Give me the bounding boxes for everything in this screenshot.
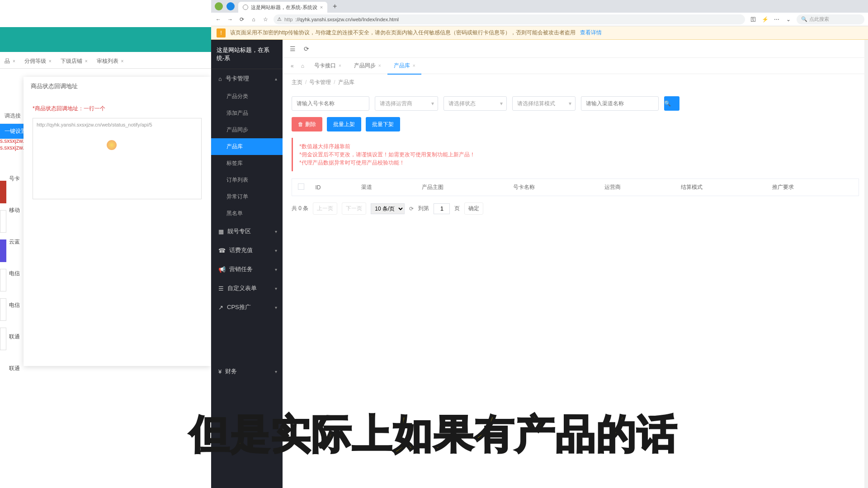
goto-confirm[interactable]: 确定 <box>464 202 483 215</box>
sidebar-item-add[interactable]: 添加产品 <box>211 105 283 122</box>
action-row: 🗑删除 批量上架 批量下架 <box>292 117 859 131</box>
card-name-input[interactable] <box>292 96 369 111</box>
back-icon[interactable]: ← <box>215 16 222 23</box>
insecure-icon: ⚠ <box>277 16 282 22</box>
bg-tab[interactable]: 下级店铺× <box>56 57 92 65</box>
status-select[interactable]: 请选择状态 <box>443 96 507 111</box>
sidebar-item-blacklist[interactable]: 黑名单 <box>211 205 283 222</box>
app-tabs: « ⌂ 号卡接口× 产品同步× 产品库× <box>283 58 868 74</box>
refresh-icon[interactable]: ⟳ <box>304 45 309 52</box>
sidebar-item-category[interactable]: 产品分类 <box>211 88 283 105</box>
operator-select[interactable]: 请选择运营商 <box>375 96 438 111</box>
col-settle: 结算模式 <box>675 179 767 196</box>
top-bar: ☰ ⟳ <box>283 40 868 58</box>
home-icon[interactable]: ⌂ <box>250 16 257 23</box>
sidebar-item-tags[interactable]: 标签库 <box>211 155 283 172</box>
form-icon: ☰ <box>218 285 224 292</box>
page-size-select[interactable]: 10 条/页 <box>371 203 405 214</box>
col-name: 号卡名称 <box>508 179 599 196</box>
page-number-input[interactable] <box>434 203 450 214</box>
select-all-col[interactable] <box>292 179 310 196</box>
settle-select[interactable]: 请选择结算模式 <box>512 96 576 111</box>
close-icon[interactable]: × <box>413 63 415 68</box>
forward-icon[interactable]: → <box>226 16 234 23</box>
scrollbar[interactable] <box>864 40 868 488</box>
bg-tab[interactable]: 审核列表× <box>92 57 128 65</box>
grid-icon: ▦ <box>218 228 224 235</box>
bg-tab[interactable]: 品× <box>0 57 20 65</box>
flash-icon[interactable]: ⚡ <box>761 16 769 23</box>
breadcrumb: 主页/号卡管理/产品库 <box>283 74 868 91</box>
tips-panel: *数值越大排序越靠前 *佣金设置后不可更改，请谨慎设置！如需更改可使用复制功能上… <box>292 138 859 171</box>
pagination: 共 0 条 上一页 下一页 10 条/页 ⟳ 到第 页 确定 <box>292 196 859 221</box>
sidebar-group-recharge[interactable]: ☎话费充值▾ <box>211 241 283 260</box>
close-icon[interactable]: × <box>339 63 341 68</box>
address-bar[interactable]: ⚠ http ://qyhk.yanshi.sxsxjzw.cn/web/Ind… <box>274 14 745 24</box>
sidebar-group-lianghao[interactable]: ▦靓号专区▾ <box>211 222 283 241</box>
security-warning-bar: ! 该页面采用不加密的http传输协议，与你建立的连接不安全，请勿在页面内输入任… <box>211 26 868 40</box>
col-id: ID <box>310 179 356 196</box>
browser-tab[interactable]: 这是网站标题，在系统-系统设 × <box>238 2 327 13</box>
close-icon[interactable]: × <box>320 5 323 10</box>
warning-details-link[interactable]: 查看详情 <box>580 29 602 37</box>
batch-down-button[interactable]: 批量下架 <box>366 117 400 131</box>
product-table: ID 渠道 产品主图 号卡名称 运营商 结算模式 推广要求 <box>292 178 859 196</box>
browser-tabbar: 这是网站标题，在系统-系统设 × + <box>211 0 868 13</box>
bg-thumbs <box>0 181 6 357</box>
sidebar-group-cps[interactable]: ↗CPS推广▾ <box>211 298 283 317</box>
bg-tabs: 品× 分佣等级× 下级店铺× 审核列表× <box>0 54 211 69</box>
col-promo: 推广要求 <box>767 179 859 196</box>
phone-icon: ☎ <box>218 247 226 254</box>
tabs-prev-icon[interactable]: « <box>287 63 297 69</box>
favorite-icon[interactable]: ☆ <box>262 16 269 23</box>
bg-tab[interactable]: 分佣等级× <box>20 57 56 65</box>
close-icon[interactable]: × <box>378 63 381 68</box>
menu-icon[interactable]: ⋯ <box>773 16 780 23</box>
reload-icon[interactable]: ⟳ <box>238 16 245 23</box>
sidebar-group-forms[interactable]: ☰自定义表单▾ <box>211 279 283 298</box>
sidebar-item-orders[interactable]: 订单列表 <box>211 172 283 188</box>
callback-url-textarea[interactable] <box>33 118 202 199</box>
warning-icon: ! <box>217 28 226 38</box>
wallet-icon: ¥ <box>218 368 222 375</box>
search-box[interactable]: 🔍 点此搜索 <box>797 14 864 24</box>
callback-url-modal: 商品状态回调地址 *商品状态回调地址：一行一个 <box>24 77 211 366</box>
sidebar-item-sync[interactable]: 产品同步 <box>211 122 283 138</box>
trash-icon: 🗑 <box>298 121 303 127</box>
col-image: 产品主图 <box>416 179 508 196</box>
modal-required-label: *商品状态回调地址：一行一个 <box>33 105 202 113</box>
new-tab-button[interactable]: + <box>329 2 340 10</box>
content: 请选择运营商 请选择状态 请选择结算模式 🔍 🗑删除 批量上架 批量下架 *数值… <box>283 91 868 226</box>
modal-title: 商品状态回调地址 <box>24 77 211 96</box>
menu-toggle-icon[interactable]: ☰ <box>290 45 296 52</box>
tab-product-lib[interactable]: 产品库× <box>387 58 422 74</box>
profile-icon[interactable] <box>215 2 223 10</box>
tab-product-sync[interactable]: 产品同步× <box>348 58 387 74</box>
bg-header <box>0 27 211 52</box>
key-icon[interactable]: ⚿ <box>750 16 757 23</box>
col-operator: 运营商 <box>599 179 675 196</box>
batch-up-button[interactable]: 批量上架 <box>327 117 361 131</box>
speaker-icon: 📢 <box>218 266 226 273</box>
col-channel: 渠道 <box>356 179 417 196</box>
video-subtitle: 但是实际上如果有产品的话 <box>190 407 678 461</box>
chevron-down-icon[interactable]: ⌄ <box>785 16 792 23</box>
refresh-icon[interactable]: ⟳ <box>409 206 414 212</box>
tabs-home-icon[interactable]: ⌂ <box>297 63 308 69</box>
prev-page[interactable]: 上一页 <box>313 202 337 215</box>
search-button[interactable]: 🔍 <box>664 96 679 111</box>
channel-input[interactable] <box>581 96 659 111</box>
cursor-highlight <box>107 140 117 150</box>
browser-toolbar: ← → ⟳ ⌂ ☆ ⚠ http ://qyhk.yanshi.sxsxjzw.… <box>211 13 868 26</box>
sidebar-group-finance[interactable]: ¥财务▾ <box>211 362 283 381</box>
home-outline-icon: ⌂ <box>218 75 222 82</box>
delete-button[interactable]: 🗑删除 <box>292 117 322 131</box>
sidebar-group-marketing[interactable]: 📢营销任务▾ <box>211 260 283 279</box>
bg-side: 调选接 一键设置佣 <box>0 108 24 139</box>
next-page[interactable]: 下一页 <box>342 202 366 215</box>
browser-icon[interactable] <box>226 2 235 10</box>
sidebar-item-products[interactable]: 产品库 <box>211 138 283 155</box>
tab-card-api[interactable]: 号卡接口× <box>308 58 348 74</box>
sidebar-item-abnormal[interactable]: 异常订单 <box>211 188 283 205</box>
sidebar-group-cards[interactable]: ⌂ 号卡管理▴ <box>211 69 283 88</box>
